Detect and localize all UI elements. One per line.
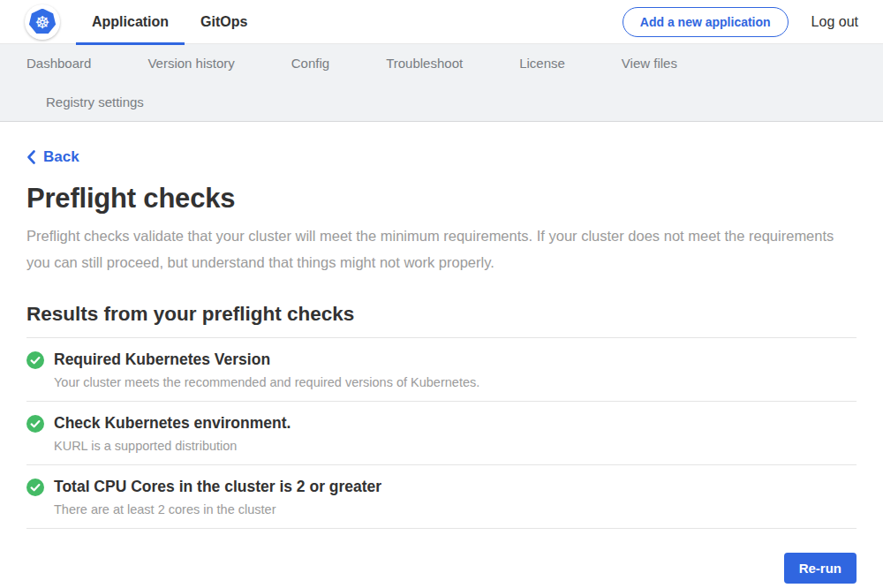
check-text: Check Kubernetes environment. KURL is a … <box>54 414 291 453</box>
logout-link[interactable]: Log out <box>811 14 858 30</box>
check-message: KURL is a supported distribution <box>54 439 291 453</box>
rerun-button[interactable]: Re-run <box>784 553 857 584</box>
subnav-item-version-history[interactable]: Version history <box>147 56 234 71</box>
page-actions: Re-run <box>26 553 857 584</box>
subnav-item-view-files[interactable]: View files <box>622 56 677 71</box>
subnav-row-2: Registry settings <box>26 83 857 122</box>
back-link[interactable]: Back <box>26 148 79 166</box>
main-nav-tabs: Application GitOps <box>76 0 263 44</box>
tab-gitops-label: GitOps <box>200 14 247 30</box>
preflight-check-row: Required Kubernetes Version Your cluster… <box>26 338 857 402</box>
app-subnav: Dashboard Version history Config Trouble… <box>0 44 883 122</box>
check-text: Total CPU Cores in the cluster is 2 or g… <box>54 478 381 516</box>
page-title: Preflight checks <box>26 183 857 215</box>
navbar-right: Add a new application Log out <box>623 7 858 37</box>
ship-wheel-icon: ☸ <box>34 14 49 31</box>
subnav-item-config[interactable]: Config <box>291 56 329 71</box>
tab-application-label: Application <box>92 14 169 30</box>
results-heading: Results from your preflight checks <box>26 303 857 326</box>
success-check-icon <box>26 351 44 369</box>
subnav-item-troubleshoot[interactable]: Troubleshoot <box>386 56 463 71</box>
page-description: Preflight checks validate that your clus… <box>26 222 839 275</box>
tab-application[interactable]: Application <box>76 0 185 44</box>
check-text: Required Kubernetes Version Your cluster… <box>54 351 479 389</box>
check-message: There are at least 2 cores in the cluste… <box>54 502 381 516</box>
check-title: Check Kubernetes environment. <box>54 414 291 433</box>
subnav-row-1: Dashboard Version history Config Trouble… <box>26 44 857 83</box>
subnav-item-license[interactable]: License <box>519 56 565 71</box>
preflight-check-row: Check Kubernetes environment. KURL is a … <box>26 402 857 465</box>
subnav-item-registry-settings[interactable]: Registry settings <box>46 94 144 109</box>
check-title: Required Kubernetes Version <box>54 351 479 369</box>
preflight-check-row: Total CPU Cores in the cluster is 2 or g… <box>26 465 857 529</box>
chevron-left-icon <box>26 150 35 164</box>
top-navbar: ☸ Application GitOps Add a new applicati… <box>0 0 883 44</box>
check-message: Your cluster meets the recommended and r… <box>54 375 479 389</box>
preflight-page: Back Preflight checks Preflight checks v… <box>0 122 883 584</box>
success-check-icon <box>26 479 44 496</box>
back-link-label: Back <box>43 148 79 166</box>
success-check-icon <box>26 415 44 433</box>
preflight-results-list: Required Kubernetes Version Your cluster… <box>26 337 857 529</box>
kubernetes-heptagon-icon: ☸ <box>29 9 57 35</box>
tab-gitops[interactable]: GitOps <box>185 0 263 44</box>
subnav-item-dashboard[interactable]: Dashboard <box>26 56 91 71</box>
kubernetes-logo: ☸ <box>25 4 60 40</box>
add-application-button[interactable]: Add a new application <box>623 7 789 37</box>
check-title: Total CPU Cores in the cluster is 2 or g… <box>54 478 381 496</box>
